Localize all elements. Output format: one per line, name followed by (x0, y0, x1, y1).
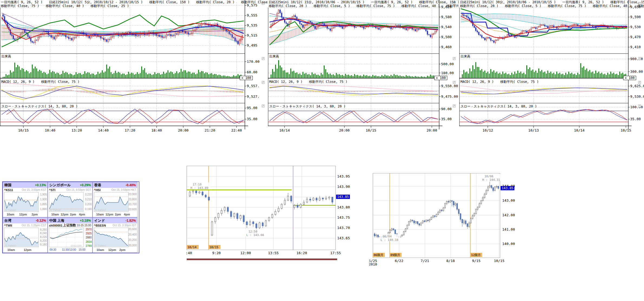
x-tick-label: 21:20 (205, 128, 215, 132)
annotation-text: H : 143.89 (190, 186, 208, 190)
time-axis: 10am12pm2pm4pm (48, 212, 92, 217)
time-axis-label: 2pm (119, 248, 126, 251)
ticker-row: ^STI Oct 15, 4:59pm SGT (48, 188, 92, 192)
time-axis: 10am12pm2pm (3, 212, 47, 217)
price-tick-label: 9,460 (441, 45, 452, 49)
volume-multiplier-badge: × 100 (623, 76, 636, 80)
nikkei-5min-chart[interactable]: 一目均衡表( 9, 26, 52 ) 日経225mini 10/12( 5分, … (0, 0, 267, 137)
panel-corner-icon (453, 57, 455, 60)
value-axis-label: 1,890 (40, 208, 47, 211)
panel-corner-icon (262, 105, 264, 107)
panel-corner-icon (262, 57, 264, 60)
price-tick-label: 9,530 (630, 25, 641, 29)
quote-timestamp: Oct 15, 4:59pm SGT (66, 188, 91, 191)
market-name: 韓国 (4, 183, 11, 188)
x-tick-label: 20:00 (426, 128, 437, 132)
macd-panel-label: MACD( 12, 26, 9 ) 移動平均( Close, 75 ) (1, 80, 80, 84)
x-tick-label: 10/15 (366, 128, 376, 132)
ticker-symbol: ^STI (49, 188, 55, 192)
volume-multiplier-badge: × 100 (240, 76, 253, 80)
time-axis-label: 2pm (32, 213, 38, 216)
price-axis-label: 143.70 (337, 226, 350, 230)
value-axis-label: 8,260 (40, 228, 47, 231)
time-axis-label: 2pm (115, 213, 121, 216)
market-change-badge: +0.13% (35, 183, 46, 187)
nikkei-5min-plot: 9,5759,5559,5359,5159,495170.0060.009,55… (0, 0, 267, 137)
price-axis-label: 143.80 (337, 205, 350, 209)
ticker-symbol: ^BSESN (94, 224, 106, 227)
session-badge-label: 09限月 (390, 253, 400, 257)
annotation-text: 06/04 (383, 235, 392, 238)
market-header-bar: 台湾 -0.12% (3, 218, 47, 223)
ma75-overlay-line (270, 85, 438, 91)
x-tick-label: 20:00 (178, 128, 189, 132)
session-badge: 06限月 (373, 253, 385, 257)
price-tick-label: 9,495 (247, 43, 257, 47)
value-axis-label: 3,210 (85, 198, 92, 201)
chart-scrollbar[interactable] (187, 259, 337, 260)
stochastics-panel-label: スロー・ストキャスティクス( 14, 3, 80, 20 ) (461, 104, 537, 109)
value-axis-label: 3,200 (85, 203, 92, 206)
watermark: © Yahoo! (95, 244, 106, 247)
ma75-overlay-line (461, 86, 627, 94)
macd-tick-label: 9,475.00 (441, 94, 458, 99)
nikkei-30min-chart[interactable]: 日経225mini 10/12( 30分, 2010/10/06 - 2010/… (459, 0, 644, 137)
fx-intraday-chart[interactable]: 143.95143.90143.80143.75143.70143.6516:4… (186, 152, 365, 265)
stoch-d-line (464, 109, 627, 124)
price-tick-label: 9,500 (441, 35, 452, 39)
price-tick-label: 9,515 (247, 33, 257, 37)
value-axis-label: 3,190 (85, 208, 92, 211)
stochastics-panel-label: スロー・ストキャスティクス( 14, 3, 80, 20 ) (1, 104, 78, 109)
chart-legend-line2: 移動平均( Close, 20 ) 移動平均( Close, 5 ) 移動平均(… (460, 4, 644, 8)
panel-corner-icon (638, 57, 641, 60)
time-axis-label: 9:20 (212, 251, 221, 255)
market-widget-india[interactable]: インド -1.82% ^BSESN Oct 15, 3:30pm IST 20,… (93, 217, 137, 253)
time-axis-label: 10am (96, 213, 104, 216)
annotation-text: 12:50 (248, 230, 257, 233)
time-axis-year: 2010 (369, 262, 377, 266)
time-axis-label: 17:55 (330, 251, 341, 255)
market-widget-taiwan[interactable]: 台湾 -0.12% ^TWII Oct 15, 1:25pm CST 8,260… (3, 217, 48, 253)
stoch-tick-label: 35.00 (630, 117, 641, 121)
annotation-text: L : 140.18 (380, 238, 398, 242)
time-axis-label: 15:00 (79, 248, 86, 251)
market-widget-singapore[interactable]: シンガポール +0.29% ^STI Oct 15, 4:59pm SGT 3,… (48, 182, 93, 217)
quote-timestamp: Oct 15, 1:25pm CST (22, 224, 46, 227)
ticker-row: ^KS11 Oct 15, 3:00pm KST (3, 188, 47, 192)
market-change-badge: -0.12% (36, 219, 46, 223)
watermark: © Yahoo! (50, 209, 61, 212)
price-axis-label: 143.95 (337, 174, 350, 178)
index-title: 上证指数 (63, 223, 76, 228)
fx-daily-plot: 144.00143.00142.00141.00140.005/2520106/… (369, 160, 526, 268)
stoch-d-line (6, 109, 244, 124)
value-axis-label: 1,895 (40, 203, 47, 206)
market-widget-shanghai[interactable]: 中国 上海 +3.18% sh000001 上证指数 10-15 15:00 2… (48, 217, 93, 253)
macd-histogram (2, 88, 242, 94)
panel-corner-icon (453, 105, 455, 107)
high-low-annotation: 06/04L : 140.18 (379, 234, 400, 242)
time-axis-label: 8/18 (446, 259, 455, 263)
watermark: © Yahoo! (95, 209, 106, 212)
value-axis-label: 8,180 (40, 243, 47, 246)
market-header-bar: シンガポール +0.29% (48, 182, 92, 188)
stoch-tick-label: 95.00 (247, 106, 257, 110)
x-tick-label: 10/15 (18, 128, 29, 132)
market-widget-hongkong[interactable]: 香港 -0.40% ^HSI Oct 15, 3:59pm HKT 23,900… (93, 182, 137, 217)
market-header-bar: インド -1.82% (93, 218, 137, 223)
time-axis-label: 4pm (124, 213, 130, 216)
fx-intraday-plot: 143.95143.90143.80143.75143.70143.6516:4… (186, 152, 365, 265)
time-axis-label: 11:30/13:00 (62, 248, 76, 251)
x-tick-label: 10/12 (482, 128, 493, 132)
time-axis-label: 10/15 (494, 259, 504, 263)
volume-bars (3, 63, 243, 78)
market-widget-korea[interactable]: 韓国 +0.13% ^KS11 Oct 15, 3:00pm KST 1,905… (3, 182, 48, 217)
x-tick-label: 13:20 (71, 128, 82, 132)
fx-daily-chart[interactable]: 144.00143.00142.00141.00140.005/2520106/… (369, 160, 526, 268)
time-axis-label: 13:55 (268, 251, 279, 255)
ticker-symbol: sh000001 (49, 224, 63, 227)
market-name: シンガポール (49, 183, 71, 188)
value-axis-label: 20,000 (128, 244, 137, 247)
volume-panel-label: 出来高 (461, 54, 470, 59)
nikkei-15min-chart[interactable]: 日経225mini 10/12( 15分, 2010/10/06 - 2010/… (268, 0, 459, 137)
price-axis-label: 142.00 (502, 213, 515, 217)
